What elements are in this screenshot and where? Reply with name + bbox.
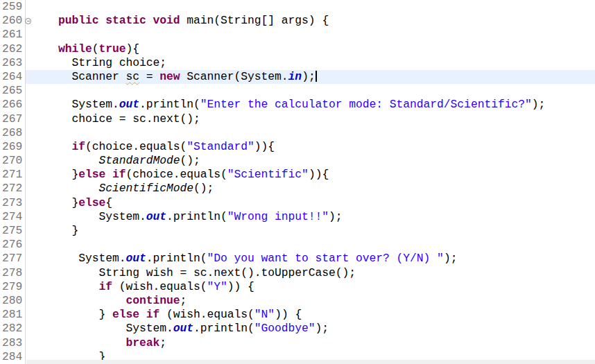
code-text[interactable]: System.out.println("Goodbye");	[26, 322, 595, 336]
code-text[interactable]: } else if (wish.equals("N")) {	[26, 308, 595, 322]
line-number[interactable]: 267	[0, 112, 26, 126]
code-line[interactable]: 282 System.out.println("Goodbye");	[0, 322, 595, 336]
line-number[interactable]: 259	[0, 0, 26, 14]
code-text[interactable]: choice = sc.next();	[26, 112, 595, 126]
code-text[interactable]: System.out.println("Enter the calculator…	[26, 98, 595, 112]
code-text[interactable]: System.out.println("Wrong input!!");	[26, 210, 595, 224]
code-text[interactable]	[26, 238, 595, 252]
code-token-keyword: else	[78, 168, 105, 181]
line-number[interactable]: 274	[0, 210, 26, 224]
line-number[interactable]: 278	[0, 266, 26, 280]
code-text[interactable]: String choice;	[26, 56, 595, 70]
code-line[interactable]: 280 continue;	[0, 294, 595, 308]
line-number[interactable]: 284	[0, 350, 26, 364]
code-line[interactable]: 274 System.out.println("Wrong input!!");	[0, 210, 595, 224]
code-text[interactable]: if (wish.equals("Y")) {	[26, 280, 595, 294]
code-token-plain	[105, 168, 112, 181]
code-line[interactable]: 267 choice = sc.next();	[0, 112, 595, 126]
code-line[interactable]: 259	[0, 0, 595, 14]
horizontal-scrollbar-track[interactable]	[26, 360, 595, 364]
code-text[interactable]: break;	[26, 336, 595, 350]
code-text[interactable]	[26, 28, 595, 42]
code-text[interactable]: public static void main(String[] args) {	[26, 14, 595, 28]
line-number[interactable]: 260	[0, 14, 26, 28]
line-number[interactable]: 279	[0, 280, 26, 294]
code-line[interactable]: 278 String wish = sc.next().toUpperCase(…	[0, 266, 595, 280]
line-number[interactable]: 272	[0, 182, 26, 196]
code-token-keyword: if	[112, 168, 126, 181]
code-text[interactable]: System.out.println("Do you want to start…	[26, 252, 595, 266]
code-text[interactable]: Scanner sc = new Scanner(System.in);	[26, 70, 595, 84]
code-line[interactable]: 266 System.out.println("Enter the calcul…	[0, 98, 595, 112]
code-text[interactable]: continue;	[26, 294, 595, 308]
code-token-plain: )) {	[227, 280, 255, 293]
line-number[interactable]: 282	[0, 322, 26, 336]
code-line[interactable]: 271 }else if(choice.equals("Scientific")…	[0, 168, 595, 182]
code-line[interactable]: 270 StandardMode();	[0, 154, 595, 168]
code-line[interactable]: 279 if (wish.equals("Y")) {	[0, 280, 595, 294]
line-number[interactable]: 270	[0, 154, 26, 168]
code-token-plain: }	[31, 168, 78, 181]
fold-collapse-icon[interactable]	[25, 18, 31, 24]
code-token-plain: )) {	[275, 308, 302, 321]
code-line[interactable]: 261	[0, 28, 595, 42]
code-token-plain: (	[92, 42, 99, 55]
line-number[interactable]: 273	[0, 196, 26, 210]
code-token-plain: ){	[126, 42, 140, 55]
code-line[interactable]: 264 Scanner sc = new Scanner(System.in);	[0, 70, 595, 84]
code-line[interactable]: 283 break;	[0, 336, 595, 350]
code-line[interactable]: 268	[0, 126, 595, 140]
code-line[interactable]: 260 public static void main(String[] arg…	[0, 14, 595, 28]
code-token-string: "Scientific"	[227, 168, 309, 181]
code-token-keyword: else	[78, 196, 105, 209]
code-text[interactable]: }else if(choice.equals("Scientific")){	[26, 168, 595, 182]
code-text[interactable]	[26, 126, 595, 140]
line-number[interactable]: 275	[0, 224, 26, 238]
code-text[interactable]: String wish = sc.next().toUpperCase();	[26, 266, 595, 280]
line-number[interactable]: 280	[0, 294, 26, 308]
code-text[interactable]	[26, 0, 595, 14]
line-number[interactable]: 276	[0, 238, 26, 252]
code-area[interactable]: 259260 public static void main(String[] …	[0, 0, 595, 364]
code-token-plain	[31, 140, 72, 153]
code-token-plain	[31, 336, 126, 349]
code-token-keyword: while	[58, 42, 92, 55]
line-number[interactable]: 271	[0, 168, 26, 182]
java-code-editor[interactable]: 259260 public static void main(String[] …	[0, 0, 595, 364]
code-token-plain	[31, 154, 99, 167]
line-number[interactable]: 281	[0, 308, 26, 322]
code-line[interactable]: 272 ScientificMode();	[0, 182, 595, 196]
code-line[interactable]: 263 String choice;	[0, 56, 595, 70]
code-token-plain: {	[105, 196, 112, 209]
line-number[interactable]: 263	[0, 56, 26, 70]
code-line[interactable]: 269 if(choice.equals("Standard")){	[0, 140, 595, 154]
line-number[interactable]: 269	[0, 140, 26, 154]
code-text[interactable]	[26, 84, 595, 98]
code-text[interactable]: if(choice.equals("Standard")){	[26, 140, 595, 154]
line-number[interactable]: 261	[0, 28, 26, 42]
line-number[interactable]: 262	[0, 42, 26, 56]
code-line[interactable]: 275 }	[0, 224, 595, 238]
code-line[interactable]: 273 }else{	[0, 196, 595, 210]
line-number[interactable]: 266	[0, 98, 26, 112]
code-token-plain: choice = sc.next();	[31, 112, 200, 125]
code-line[interactable]: 277 System.out.println("Do you want to s…	[0, 252, 595, 266]
code-text[interactable]: while(true){	[26, 42, 595, 56]
code-line[interactable]: 276	[0, 238, 595, 252]
line-number[interactable]: 264	[0, 70, 26, 84]
code-token-keyword: true	[99, 42, 126, 55]
code-text[interactable]: StandardMode();	[26, 154, 595, 168]
code-token-plain: ;	[159, 336, 166, 349]
code-text[interactable]: }else{	[26, 196, 595, 210]
line-number[interactable]: 283	[0, 336, 26, 350]
code-line[interactable]: 281 } else if (wish.equals("N")) {	[0, 308, 595, 322]
code-text[interactable]: }	[26, 224, 595, 238]
code-token-plain: )){	[255, 140, 275, 153]
code-line[interactable]: 265	[0, 84, 595, 98]
line-number[interactable]: 268	[0, 126, 26, 140]
code-text[interactable]: ScientificMode();	[26, 182, 595, 196]
code-token-plain: (choice.equals(	[126, 168, 227, 181]
code-line[interactable]: 262 while(true){	[0, 42, 595, 56]
line-number[interactable]: 277	[0, 252, 26, 266]
line-number[interactable]: 265	[0, 84, 26, 98]
